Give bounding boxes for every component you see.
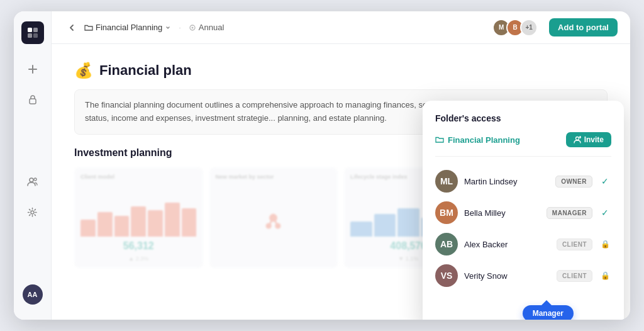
- user-row-verity: VS Verity Snow CLIENT 🔒: [435, 260, 611, 291]
- user-role-martin: OWNER: [555, 176, 592, 188]
- users-icon[interactable]: [23, 172, 43, 192]
- svg-point-8: [34, 178, 36, 181]
- hubspot-logo: [216, 184, 332, 262]
- bar-chart-1: [80, 199, 197, 237]
- breadcrumb-folder-label: Financial Planning: [96, 23, 162, 32]
- user-role-bella: MANAGER: [547, 207, 592, 219]
- user-avatar-martin: ML: [435, 170, 458, 193]
- user-name-martin: Martin Lindsey: [464, 177, 549, 186]
- app-container: AA Financial Planning ·: [14, 11, 630, 320]
- user-role-verity: CLIENT: [557, 270, 592, 282]
- svg-point-7: [30, 178, 33, 182]
- user-name-verity: Verity Snow: [464, 271, 550, 281]
- chart-col-1: Client model 56,312 ▲ 2.3%: [74, 167, 203, 268]
- folder-name: Financial Planning: [435, 135, 520, 145]
- user-lock-verity: 🔒: [599, 269, 611, 282]
- user-avatar-bella: BM: [435, 201, 458, 224]
- svg-rect-6: [30, 99, 36, 104]
- user-action-martin[interactable]: ✓: [599, 175, 611, 188]
- add-to-portal-button[interactable]: Add to portal: [549, 18, 618, 36]
- collaborator-avatar-extra: +1: [520, 19, 538, 36]
- breadcrumb-child[interactable]: Annual: [189, 23, 224, 32]
- main-content: Financial Planning · Annual M B +1 Add t…: [52, 11, 630, 320]
- user-lock-alex: 🔒: [599, 238, 611, 250]
- user-row-martin: ML Martin Lindsey OWNER ✓: [435, 166, 611, 197]
- document-area: 💰 Financial plan The financial planning …: [52, 44, 630, 320]
- document-title: 💰 Financial plan: [74, 62, 608, 79]
- settings-icon[interactable]: [23, 202, 43, 222]
- sidebar: AA: [14, 11, 52, 320]
- lock-nav-icon[interactable]: [23, 89, 43, 109]
- svg-point-9: [31, 211, 34, 214]
- user-role-alex: CLIENT: [557, 238, 592, 250]
- sidebar-logo[interactable]: [21, 21, 44, 44]
- user-action-bella[interactable]: ✓: [599, 206, 611, 219]
- tooltip-arrow: [541, 300, 552, 305]
- topbar: Financial Planning · Annual M B +1 Add t…: [52, 11, 630, 44]
- svg-rect-1: [33, 28, 38, 32]
- svg-point-11: [191, 26, 193, 28]
- add-icon[interactable]: [23, 59, 43, 79]
- folder-row: Financial Planning Invite: [435, 132, 611, 157]
- svg-rect-2: [28, 33, 32, 38]
- user-row-bella: BM Bella Milley MANAGER ✓: [435, 197, 611, 228]
- svg-point-19: [575, 137, 579, 140]
- tooltip-container: Manager: [435, 296, 611, 315]
- user-name-bella: Bella Milley: [464, 208, 540, 218]
- breadcrumb-separator: ·: [179, 23, 181, 32]
- tooltip-bubble: Manager: [523, 305, 574, 320]
- panel-title: Folder's access: [435, 113, 611, 123]
- breadcrumb-child-label: Annual: [199, 23, 224, 32]
- collaborator-avatars: M B +1: [492, 19, 538, 36]
- user-row-alex: AB Alex Backer CLIENT 🔒: [435, 228, 611, 260]
- folder-access-panel: Folder's access Financial Planning: [423, 101, 624, 320]
- user-avatar-verity: VS: [435, 264, 458, 287]
- chart-col-2: New market by sector: [209, 167, 338, 268]
- title-emoji: 💰: [74, 62, 93, 79]
- invite-button[interactable]: Invite: [566, 132, 611, 147]
- svg-rect-0: [28, 28, 32, 32]
- user-avatar-alex: AB: [435, 233, 458, 255]
- user-name-alex: Alex Backer: [464, 240, 550, 249]
- breadcrumb-folder[interactable]: Financial Planning: [84, 23, 171, 32]
- back-button[interactable]: [64, 20, 79, 35]
- svg-rect-3: [33, 33, 38, 38]
- user-avatar[interactable]: AA: [23, 284, 43, 305]
